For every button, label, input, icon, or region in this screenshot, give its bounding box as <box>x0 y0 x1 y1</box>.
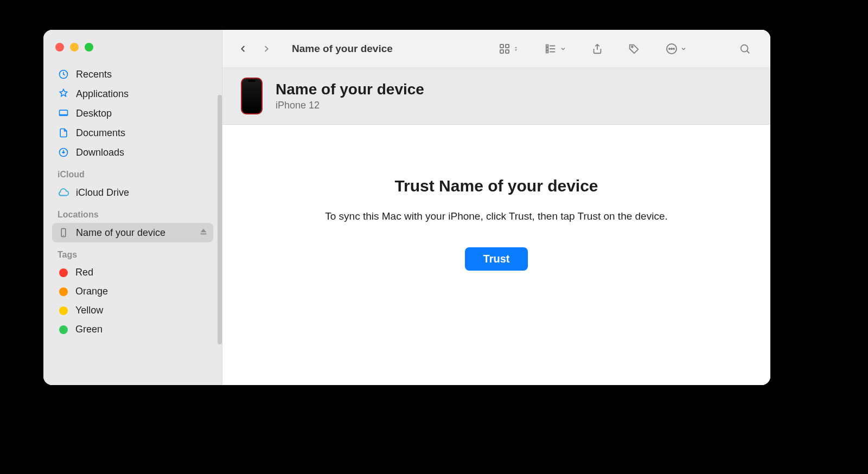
tag-dot-icon <box>59 287 68 296</box>
view-mode-button[interactable] <box>494 39 523 59</box>
svg-rect-6 <box>506 44 509 48</box>
sidebar-item-label: Downloads <box>76 147 124 158</box>
sidebar-item-label: Applications <box>76 88 129 100</box>
svg-rect-7 <box>500 50 503 53</box>
device-thumbnail-icon <box>241 78 263 114</box>
sidebar-item-label: Documents <box>76 127 125 139</box>
group-by-button[interactable] <box>539 40 571 58</box>
sidebar-item-label: Red <box>75 267 93 278</box>
window-controls <box>55 43 213 52</box>
main-pane: Name of your device <box>222 30 770 385</box>
sidebar-item-desktop[interactable]: Desktop <box>52 104 213 123</box>
sidebar-item-label: Yellow <box>75 305 103 316</box>
trust-description: To sync this Mac with your iPhone, click… <box>325 210 668 222</box>
svg-rect-10 <box>546 48 548 50</box>
toolbar-actions <box>494 39 755 59</box>
device-header-text: Name of your device iPhone 12 <box>276 81 424 111</box>
device-header: Name of your device iPhone 12 <box>222 68 770 125</box>
svg-point-12 <box>631 46 633 47</box>
sidebar-item-label: Green <box>75 324 103 335</box>
device-model: iPhone 12 <box>276 100 424 111</box>
svg-point-17 <box>741 44 748 52</box>
svg-point-15 <box>671 48 672 49</box>
sidebar-tag-yellow[interactable]: Yellow <box>52 301 213 320</box>
window-title: Name of your device <box>292 43 393 55</box>
sidebar-item-recents[interactable]: Recents <box>52 65 213 84</box>
trust-title: Trust Name of your device <box>394 177 598 195</box>
fullscreen-window-button[interactable] <box>85 43 93 52</box>
sidebar-header-icloud: iCloud <box>58 170 213 180</box>
nav-arrows <box>238 43 271 54</box>
svg-point-14 <box>669 48 670 49</box>
sidebar-header-locations: Locations <box>58 210 213 220</box>
forward-button[interactable] <box>260 43 271 54</box>
desktop-icon <box>58 107 69 119</box>
sidebar-item-documents[interactable]: Documents <box>52 123 213 143</box>
sidebar-item-label: Recents <box>76 69 112 80</box>
finder-window: Recents Applications Desktop Documents D… <box>43 30 770 385</box>
sidebar-tag-orange[interactable]: Orange <box>52 282 213 301</box>
share-button[interactable] <box>587 39 608 59</box>
download-icon <box>58 146 69 158</box>
clock-icon <box>58 68 69 80</box>
sidebar-item-downloads[interactable]: Downloads <box>52 143 213 162</box>
svg-rect-4 <box>201 233 207 234</box>
svg-rect-11 <box>546 50 548 53</box>
trust-panel: Trust Name of your device To sync this M… <box>222 125 770 385</box>
svg-point-16 <box>673 48 674 49</box>
tag-dot-icon <box>59 306 68 315</box>
sidebar: Recents Applications Desktop Documents D… <box>43 30 222 385</box>
sidebar-item-device[interactable]: Name of your device <box>52 223 213 242</box>
svg-rect-8 <box>506 50 509 53</box>
toolbar: Name of your device <box>222 30 770 68</box>
svg-rect-5 <box>500 44 503 48</box>
document-icon <box>58 127 69 139</box>
sidebar-tag-green[interactable]: Green <box>52 320 213 339</box>
sidebar-item-label: iCloud Drive <box>76 187 129 198</box>
sidebar-item-label: Desktop <box>76 108 112 119</box>
appstore-icon <box>58 88 69 100</box>
svg-rect-9 <box>546 44 548 47</box>
cloud-icon <box>58 187 69 198</box>
tags-button[interactable] <box>624 40 644 58</box>
search-button[interactable] <box>735 40 755 58</box>
sidebar-scrollbar[interactable] <box>218 95 222 344</box>
eject-icon[interactable] <box>199 227 208 239</box>
sidebar-tag-red[interactable]: Red <box>52 263 213 282</box>
sidebar-item-icloud-drive[interactable]: iCloud Drive <box>52 183 213 202</box>
device-name: Name of your device <box>276 81 424 98</box>
close-window-button[interactable] <box>55 43 64 52</box>
back-button[interactable] <box>238 43 248 54</box>
sidebar-header-tags: Tags <box>58 250 213 260</box>
tag-dot-icon <box>59 268 68 277</box>
sidebar-item-label: Orange <box>75 286 108 297</box>
iphone-icon <box>58 227 69 239</box>
trust-button[interactable]: Trust <box>465 247 528 271</box>
sidebar-item-label: Name of your device <box>76 227 165 239</box>
tag-dot-icon <box>59 325 68 334</box>
sidebar-item-applications[interactable]: Applications <box>52 84 213 104</box>
minimize-window-button[interactable] <box>70 43 79 52</box>
more-actions-button[interactable] <box>661 39 691 59</box>
